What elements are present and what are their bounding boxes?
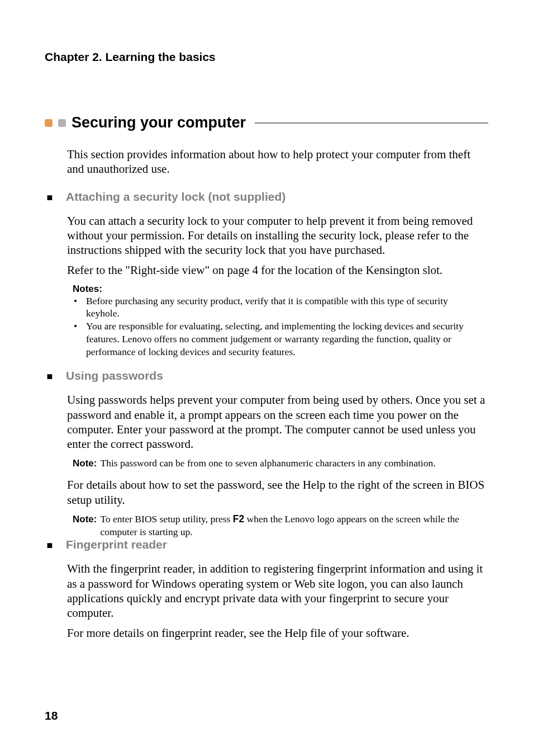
page-number: 18	[45, 709, 58, 722]
body-paragraph: You can attach a security lock to your c…	[67, 214, 488, 258]
square-bullet-gray-icon	[58, 119, 66, 127]
chapter-header: Chapter 2. Learning the basics	[45, 50, 488, 64]
subsection-heading-row: ■ Attaching a security lock (not supplie…	[45, 190, 488, 204]
subsection-title: Using passwords	[66, 369, 163, 382]
note-text: You are responsible for evaluating, sele…	[86, 320, 472, 358]
title-divider-line	[255, 122, 488, 124]
note-item: • You are responsible for evaluating, se…	[73, 320, 472, 358]
subsection-heading-row: ■ Using passwords	[45, 369, 488, 382]
notes-block: Notes: • Before purchasing any security …	[73, 284, 472, 358]
square-bullet-icon: ■	[45, 540, 55, 551]
square-bullet-icon: ■	[45, 192, 55, 204]
body-paragraph: For more details on fingerprint reader, …	[67, 626, 488, 640]
notes-label: Notes:	[73, 284, 472, 295]
section-intro: This section provides information about …	[67, 147, 488, 177]
section-heading-row: Securing your computer	[45, 114, 488, 131]
note-text: This password can be from one to seven a…	[100, 457, 477, 470]
body-paragraph: Refer to the "Right-side view" on page 4…	[67, 263, 488, 277]
subsection-heading-row: ■ Fingerprint reader	[45, 538, 488, 551]
body-paragraph: For details about how to set the passwor…	[67, 478, 488, 507]
section-title: Securing your computer	[72, 114, 246, 131]
note-inline: Note: This password can be from one to s…	[73, 457, 477, 470]
note-text-part: To enter BIOS setup utility, press	[100, 513, 232, 525]
body-paragraph: Using passwords helps prevent your compu…	[67, 393, 488, 451]
document-page: Chapter 2. Learning the basics Securing …	[0, 0, 533, 680]
bullet-icon: •	[73, 295, 78, 320]
note-label: Note:	[73, 513, 97, 526]
note-item: • Before purchasing any security product…	[73, 295, 472, 320]
subsection-title: Fingerprint reader	[66, 538, 167, 551]
note-text: Before purchasing any security product, …	[86, 295, 472, 320]
note-inline: Note: To enter BIOS setup utility, press…	[73, 513, 477, 538]
square-bullet-orange-icon	[45, 119, 53, 127]
subsection-title: Attaching a security lock (not supplied)	[66, 190, 285, 204]
bullet-icon: •	[73, 320, 78, 358]
keyboard-key: F2	[233, 513, 244, 525]
body-paragraph: With the fingerprint reader, in addition…	[67, 561, 488, 620]
square-bullet-icon: ■	[45, 371, 55, 382]
note-label: Note:	[73, 457, 97, 470]
note-text: To enter BIOS setup utility, press F2 wh…	[100, 513, 477, 538]
